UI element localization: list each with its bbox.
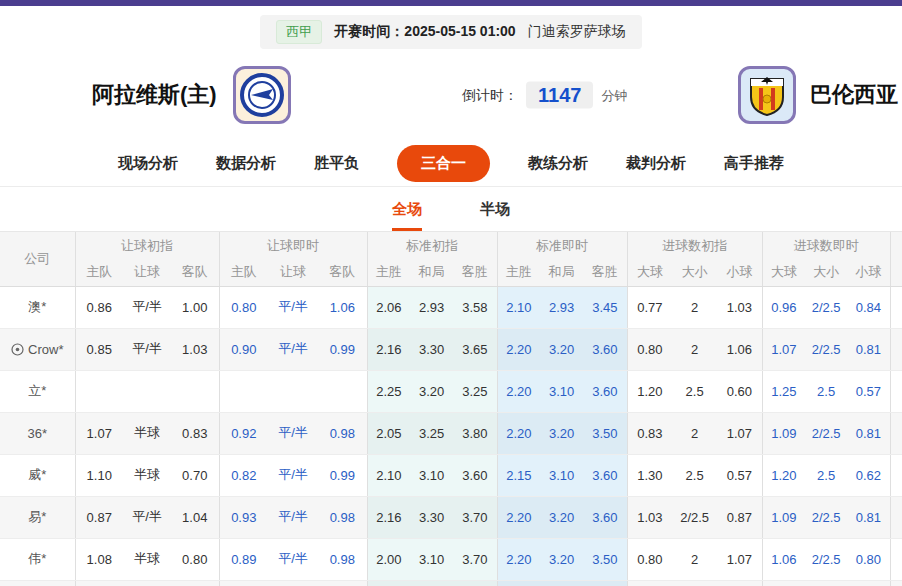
odds-cell: 1.30 — [627, 454, 672, 496]
countdown-value: 1147 — [526, 82, 593, 109]
odds-cell: 平/半 — [268, 454, 318, 496]
spacer-cell — [890, 328, 902, 370]
odds-cell: 3.60 — [583, 328, 627, 370]
odds-cell: 0.80 — [847, 580, 890, 586]
odds-cell: 3.10 — [410, 580, 453, 586]
company-cell: 明* — [0, 580, 75, 586]
home-team-block: 阿拉维斯(主) — [92, 66, 291, 124]
spacer-cell — [890, 412, 902, 454]
odds-row-明*: 明*0.86平/半1.020.94平/半0.962.093.103.652.23… — [0, 580, 902, 586]
odds-cell: 1.07 — [717, 538, 762, 580]
odds-cell: 0.86 — [75, 580, 123, 586]
odds-cell: 3.45 — [583, 286, 627, 328]
odds-cell: 3.50 — [583, 538, 627, 580]
group-header-2: 标准初指 — [367, 232, 497, 259]
subtab-0[interactable]: 全场 — [392, 200, 422, 231]
sub-header: 客队 — [318, 259, 367, 286]
nav-tab-3[interactable]: 三合一 — [397, 145, 490, 182]
odds-cell: 0.62 — [847, 454, 890, 496]
odds-cell: 2 — [672, 538, 717, 580]
odds-cell: 2.5 — [672, 454, 717, 496]
odds-cell: 0.93 — [219, 496, 268, 538]
nav-tab-5[interactable]: 裁判分析 — [626, 154, 686, 173]
odds-cell: 3.65 — [453, 580, 497, 586]
company-cell: 易* — [0, 496, 75, 538]
group-header-0: 让球初指 — [75, 232, 219, 259]
odds-cell: 1.04 — [171, 496, 219, 538]
odds-cell: 2.10 — [497, 286, 540, 328]
odds-cell: 1.08 — [75, 538, 123, 580]
subtab-1[interactable]: 半场 — [480, 200, 510, 231]
odds-row-威*: 威*1.10半球0.700.82平/半0.992.103.103.602.153… — [0, 454, 902, 496]
sub-header: 小球 — [847, 259, 890, 286]
odds-cell: 0.57 — [717, 454, 762, 496]
company-cell: 威* — [0, 454, 75, 496]
odds-cell: 2 — [672, 328, 717, 370]
odds-cell: 3.10 — [540, 454, 583, 496]
odds-cell: 0.80 — [847, 538, 890, 580]
odds-cell: 0.94 — [219, 580, 268, 586]
odds-cell: 2.16 — [367, 496, 410, 538]
odds-cell: 3.65 — [453, 328, 497, 370]
company-cell: 澳* — [0, 286, 75, 328]
odds-cell: 2.23 — [497, 580, 540, 586]
odds-cell: 0.92 — [219, 412, 268, 454]
sub-header: 客胜 — [583, 259, 627, 286]
odds-cell: 3.20 — [540, 496, 583, 538]
company-cell: 伟* — [0, 538, 75, 580]
odds-cell: 2.94 — [540, 580, 583, 586]
odds-cell: 0.96 — [762, 286, 805, 328]
top-purple-strip — [0, 0, 902, 6]
odds-cell: 0.81 — [847, 496, 890, 538]
sub-header: 让球 — [123, 259, 171, 286]
odds-cell: 0.87 — [717, 496, 762, 538]
sub-header: 主队 — [219, 259, 268, 286]
nav-tab-1[interactable]: 数据分析 — [216, 154, 276, 173]
odds-cell: 2.00 — [367, 538, 410, 580]
odds-cell: 2/2.5 — [805, 496, 847, 538]
nav-tab-6[interactable]: 高手推荐 — [724, 154, 784, 173]
kickoff-time: 开赛时间：2025-05-15 01:00 — [334, 23, 515, 41]
away-team-block: 巴伦西亚 — [738, 66, 898, 124]
odds-cell: 0.99 — [318, 454, 367, 496]
odds-cell: 2/2.5 — [805, 538, 847, 580]
odds-cell: 2.5 — [805, 370, 847, 412]
analysis-nav: 现场分析数据分析胜平负三合一教练分析裁判分析高手推荐 — [0, 141, 902, 187]
odds-cell: 0.80 — [627, 580, 672, 586]
odds-cell: 半球 — [123, 538, 171, 580]
odds-cell: 半球 — [123, 454, 171, 496]
countdown-label: 倒计时： — [462, 86, 518, 104]
odds-cell — [268, 370, 318, 412]
odds-row-立*: 立*2.253.203.252.203.103.601.202.50.601.2… — [0, 370, 902, 412]
odds-cell: 2.20 — [497, 412, 540, 454]
odds-cell: 3.20 — [540, 328, 583, 370]
odds-cell: 3.45 — [583, 580, 627, 586]
odds-cell: 3.70 — [453, 538, 497, 580]
alaves-crest-icon — [240, 73, 284, 117]
nav-tab-0[interactable]: 现场分析 — [118, 154, 178, 173]
odds-cell: 2.16 — [367, 328, 410, 370]
nav-tab-4[interactable]: 教练分析 — [528, 154, 588, 173]
odds-cell: 0.83 — [627, 412, 672, 454]
odds-cell: 平/半 — [123, 580, 171, 586]
odds-cell: 2.20 — [497, 496, 540, 538]
odds-cell: 2.5 — [805, 454, 847, 496]
sub-header: 大小 — [672, 259, 717, 286]
odds-cell: 1.08 — [762, 580, 805, 586]
odds-cell: 3.60 — [583, 496, 627, 538]
odds-cell: 0.90 — [219, 328, 268, 370]
odds-cell: 0.77 — [627, 286, 672, 328]
odds-row-36*: 36*1.07半球0.830.92平/半0.982.053.253.802.20… — [0, 412, 902, 454]
odds-cell — [219, 370, 268, 412]
odds-cell: 2 — [672, 580, 717, 586]
odds-cell: 平/半 — [123, 286, 171, 328]
odds-cell: 3.10 — [410, 454, 453, 496]
odds-cell: 3.80 — [453, 412, 497, 454]
odds-cell: 0.87 — [75, 496, 123, 538]
spacer-cell — [890, 580, 902, 586]
odds-cell: 3.10 — [540, 370, 583, 412]
team-header: 阿拉维斯(主) 倒计时： 1147 分钟 巴伦西亚 — [0, 49, 902, 141]
company-cell: 立* — [0, 370, 75, 412]
odds-cell: 平/半 — [268, 538, 318, 580]
nav-tab-2[interactable]: 胜平负 — [314, 154, 359, 173]
